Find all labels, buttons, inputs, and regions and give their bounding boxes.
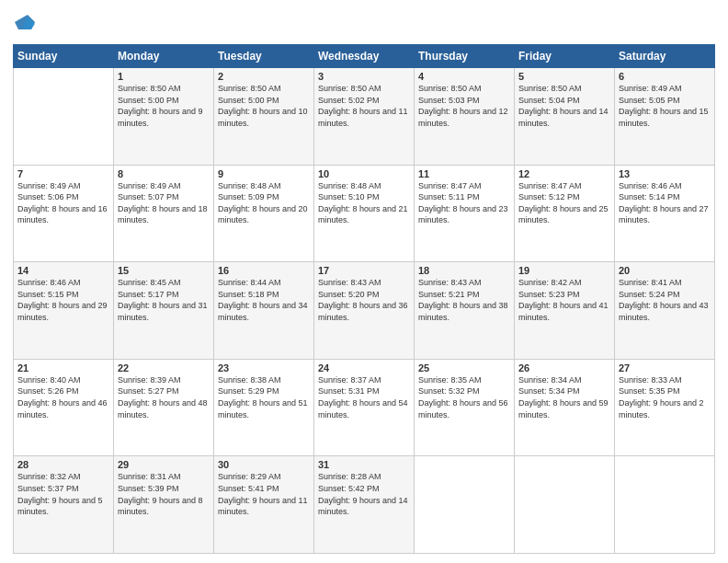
calendar-cell: 23Sunrise: 8:38 AMSunset: 5:29 PMDayligh… bbox=[214, 359, 314, 456]
header bbox=[13, 9, 715, 37]
column-header-tuesday: Tuesday bbox=[214, 45, 314, 68]
calendar-cell: 8Sunrise: 8:49 AMSunset: 5:07 PMDaylight… bbox=[114, 165, 214, 262]
day-info: Sunrise: 8:37 AMSunset: 5:31 PMDaylight:… bbox=[318, 375, 408, 419]
day-number: 7 bbox=[17, 168, 109, 179]
day-number: 16 bbox=[218, 265, 310, 276]
calendar-cell: 14Sunrise: 8:46 AMSunset: 5:15 PMDayligh… bbox=[14, 262, 114, 360]
calendar-cell: 2Sunrise: 8:50 AMSunset: 5:00 PMDaylight… bbox=[214, 68, 314, 166]
day-number: 11 bbox=[418, 168, 510, 179]
day-info: Sunrise: 8:46 AMSunset: 5:15 PMDaylight:… bbox=[17, 278, 108, 322]
day-number: 3 bbox=[318, 71, 410, 82]
calendar-cell: 19Sunrise: 8:42 AMSunset: 5:23 PMDayligh… bbox=[515, 262, 615, 360]
column-header-saturday: Saturday bbox=[615, 45, 715, 68]
column-header-thursday: Thursday bbox=[415, 45, 515, 68]
day-info: Sunrise: 8:50 AMSunset: 5:00 PMDaylight:… bbox=[218, 84, 308, 128]
day-number: 27 bbox=[619, 362, 711, 373]
day-number: 9 bbox=[218, 168, 310, 179]
calendar-cell: 22Sunrise: 8:39 AMSunset: 5:27 PMDayligh… bbox=[114, 359, 214, 456]
day-info: Sunrise: 8:33 AMSunset: 5:35 PMDaylight:… bbox=[619, 375, 704, 419]
column-header-sunday: Sunday bbox=[14, 45, 114, 68]
day-number: 19 bbox=[518, 265, 610, 276]
calendar-cell: 28Sunrise: 8:32 AMSunset: 5:37 PMDayligh… bbox=[14, 456, 114, 554]
day-info: Sunrise: 8:48 AMSunset: 5:10 PMDaylight:… bbox=[318, 181, 408, 225]
calendar-cell: 31Sunrise: 8:28 AMSunset: 5:42 PMDayligh… bbox=[314, 456, 415, 554]
day-number: 28 bbox=[17, 459, 109, 470]
calendar-cell: 4Sunrise: 8:50 AMSunset: 5:03 PMDaylight… bbox=[415, 68, 515, 166]
calendar-cell bbox=[14, 68, 114, 166]
day-info: Sunrise: 8:38 AMSunset: 5:29 PMDaylight:… bbox=[218, 375, 308, 419]
calendar-cell: 1Sunrise: 8:50 AMSunset: 5:00 PMDaylight… bbox=[114, 68, 214, 166]
calendar-cell: 15Sunrise: 8:45 AMSunset: 5:17 PMDayligh… bbox=[114, 262, 214, 360]
calendar-cell bbox=[615, 456, 715, 554]
day-number: 29 bbox=[118, 459, 210, 470]
calendar-week-row: 1Sunrise: 8:50 AMSunset: 5:00 PMDaylight… bbox=[14, 68, 715, 166]
day-number: 30 bbox=[218, 459, 310, 470]
day-number: 21 bbox=[17, 362, 109, 373]
calendar-cell bbox=[415, 456, 515, 554]
day-info: Sunrise: 8:34 AMSunset: 5:34 PMDaylight:… bbox=[518, 375, 609, 419]
day-info: Sunrise: 8:43 AMSunset: 5:21 PMDaylight:… bbox=[418, 278, 508, 322]
calendar-week-row: 7Sunrise: 8:49 AMSunset: 5:06 PMDaylight… bbox=[14, 165, 715, 262]
calendar-cell: 29Sunrise: 8:31 AMSunset: 5:39 PMDayligh… bbox=[114, 456, 214, 554]
day-info: Sunrise: 8:39 AMSunset: 5:27 PMDaylight:… bbox=[118, 375, 208, 419]
calendar-week-row: 21Sunrise: 8:40 AMSunset: 5:26 PMDayligh… bbox=[14, 359, 715, 456]
calendar-page: SundayMondayTuesdayWednesdayThursdayFrid… bbox=[0, 0, 728, 563]
day-info: Sunrise: 8:29 AMSunset: 5:41 PMDaylight:… bbox=[218, 472, 308, 516]
calendar-cell: 25Sunrise: 8:35 AMSunset: 5:32 PMDayligh… bbox=[415, 359, 515, 456]
day-number: 13 bbox=[619, 168, 711, 179]
calendar-cell: 24Sunrise: 8:37 AMSunset: 5:31 PMDayligh… bbox=[314, 359, 415, 456]
calendar-cell: 12Sunrise: 8:47 AMSunset: 5:12 PMDayligh… bbox=[515, 165, 615, 262]
calendar-cell: 26Sunrise: 8:34 AMSunset: 5:34 PMDayligh… bbox=[515, 359, 615, 456]
day-info: Sunrise: 8:49 AMSunset: 5:05 PMDaylight:… bbox=[619, 84, 709, 128]
day-number: 2 bbox=[218, 71, 310, 82]
day-info: Sunrise: 8:50 AMSunset: 5:04 PMDaylight:… bbox=[518, 84, 609, 128]
calendar-cell: 30Sunrise: 8:29 AMSunset: 5:41 PMDayligh… bbox=[214, 456, 314, 554]
day-info: Sunrise: 8:45 AMSunset: 5:17 PMDaylight:… bbox=[118, 278, 208, 322]
calendar-cell bbox=[515, 456, 615, 554]
day-info: Sunrise: 8:41 AMSunset: 5:24 PMDaylight:… bbox=[619, 278, 709, 322]
day-number: 8 bbox=[118, 168, 210, 179]
day-number: 6 bbox=[619, 71, 711, 82]
day-number: 24 bbox=[318, 362, 410, 373]
day-number: 20 bbox=[619, 265, 711, 276]
calendar-table: SundayMondayTuesdayWednesdayThursdayFrid… bbox=[13, 44, 715, 554]
calendar-cell: 21Sunrise: 8:40 AMSunset: 5:26 PMDayligh… bbox=[14, 359, 114, 456]
logo bbox=[13, 13, 35, 37]
day-number: 23 bbox=[218, 362, 310, 373]
day-info: Sunrise: 8:47 AMSunset: 5:12 PMDaylight:… bbox=[518, 181, 609, 225]
day-info: Sunrise: 8:32 AMSunset: 5:37 PMDaylight:… bbox=[17, 472, 103, 516]
day-info: Sunrise: 8:49 AMSunset: 5:06 PMDaylight:… bbox=[17, 181, 108, 225]
day-info: Sunrise: 8:50 AMSunset: 5:02 PMDaylight:… bbox=[318, 84, 408, 128]
day-number: 12 bbox=[518, 168, 610, 179]
day-number: 4 bbox=[418, 71, 510, 82]
calendar-week-row: 28Sunrise: 8:32 AMSunset: 5:37 PMDayligh… bbox=[14, 456, 715, 554]
calendar-cell: 5Sunrise: 8:50 AMSunset: 5:04 PMDaylight… bbox=[515, 68, 615, 166]
day-info: Sunrise: 8:48 AMSunset: 5:09 PMDaylight:… bbox=[218, 181, 308, 225]
calendar-cell: 16Sunrise: 8:44 AMSunset: 5:18 PMDayligh… bbox=[214, 262, 314, 360]
column-header-monday: Monday bbox=[114, 45, 214, 68]
day-number: 18 bbox=[418, 265, 510, 276]
day-number: 15 bbox=[118, 265, 210, 276]
day-info: Sunrise: 8:42 AMSunset: 5:23 PMDaylight:… bbox=[518, 278, 609, 322]
day-info: Sunrise: 8:40 AMSunset: 5:26 PMDaylight:… bbox=[17, 375, 108, 419]
day-number: 17 bbox=[318, 265, 410, 276]
day-number: 31 bbox=[318, 459, 410, 470]
day-info: Sunrise: 8:31 AMSunset: 5:39 PMDaylight:… bbox=[118, 472, 203, 516]
day-number: 25 bbox=[418, 362, 510, 373]
day-number: 10 bbox=[318, 168, 410, 179]
day-info: Sunrise: 8:47 AMSunset: 5:11 PMDaylight:… bbox=[418, 181, 508, 225]
day-info: Sunrise: 8:44 AMSunset: 5:18 PMDaylight:… bbox=[218, 278, 308, 322]
day-number: 1 bbox=[118, 71, 210, 82]
column-header-friday: Friday bbox=[515, 45, 615, 68]
logo-icon bbox=[15, 13, 35, 33]
day-info: Sunrise: 8:43 AMSunset: 5:20 PMDaylight:… bbox=[318, 278, 408, 322]
calendar-cell: 18Sunrise: 8:43 AMSunset: 5:21 PMDayligh… bbox=[415, 262, 515, 360]
calendar-cell: 10Sunrise: 8:48 AMSunset: 5:10 PMDayligh… bbox=[314, 165, 415, 262]
day-number: 14 bbox=[17, 265, 109, 276]
day-info: Sunrise: 8:35 AMSunset: 5:32 PMDaylight:… bbox=[418, 375, 508, 419]
day-info: Sunrise: 8:49 AMSunset: 5:07 PMDaylight:… bbox=[118, 181, 208, 225]
calendar-cell: 27Sunrise: 8:33 AMSunset: 5:35 PMDayligh… bbox=[615, 359, 715, 456]
day-info: Sunrise: 8:28 AMSunset: 5:42 PMDaylight:… bbox=[318, 472, 408, 516]
day-number: 22 bbox=[118, 362, 210, 373]
day-number: 26 bbox=[518, 362, 610, 373]
